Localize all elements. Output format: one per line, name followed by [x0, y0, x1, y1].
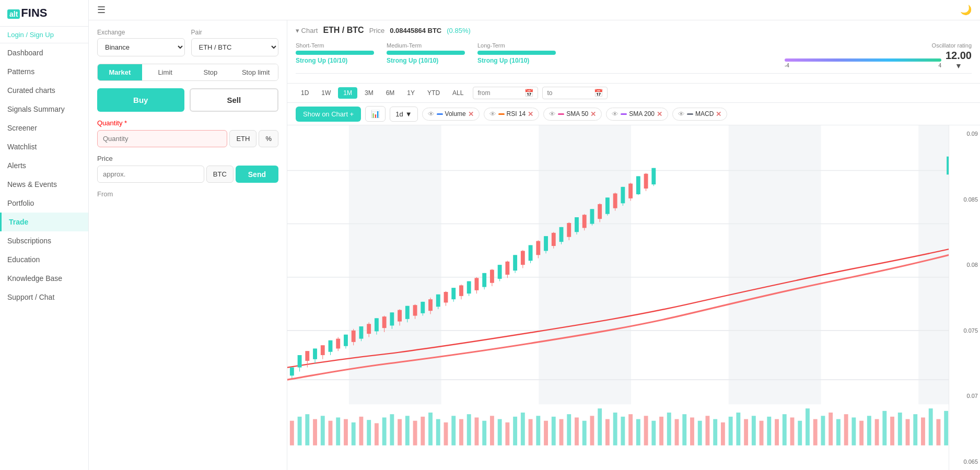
chart-toggle[interactable]: ▾ Chart — [296, 27, 318, 34]
buy-button[interactable]: Buy — [97, 88, 184, 112]
long-term-label: Long-Term — [477, 42, 556, 49]
sidebar-item-watchlist[interactable]: Watchlist — [0, 137, 88, 156]
from-calendar-icon[interactable]: 📅 — [524, 89, 533, 97]
to-date-wrap: 📅 — [542, 87, 608, 99]
sidebar-item-trade[interactable]: Trade — [0, 213, 88, 231]
exchange-group: Exchange Binance — [97, 29, 185, 56]
svg-rect-12 — [313, 419, 317, 445]
price-label: Price — [97, 155, 278, 162]
svg-rect-38 — [513, 417, 517, 445]
svg-rect-140 — [444, 292, 448, 302]
timeframe-label: 1d — [395, 110, 403, 118]
sidebar-item-screener[interactable]: Screener — [0, 119, 88, 137]
svg-rect-41 — [536, 416, 540, 445]
svg-rect-85 — [875, 419, 879, 445]
from-label: From — [97, 190, 278, 198]
svg-rect-144 — [459, 285, 463, 296]
sma50-visibility-icon[interactable]: 👁 — [549, 110, 556, 118]
rsi14-color — [498, 113, 505, 115]
svg-rect-43 — [552, 417, 556, 445]
exchange-select[interactable]: Binance — [97, 38, 185, 56]
tab-limit[interactable]: Limit — [143, 64, 188, 80]
sma50-remove-icon[interactable]: ✕ — [590, 110, 596, 118]
sidebar-item-subscriptions[interactable]: Subscriptions — [0, 231, 88, 250]
pair-select[interactable]: ETH / BTC — [191, 38, 279, 56]
volume-remove-icon[interactable]: ✕ — [468, 110, 474, 118]
time-1d[interactable]: 1D — [296, 87, 314, 99]
sidebar-item-education[interactable]: Education — [0, 250, 88, 269]
sidebar-item-signals-summary[interactable]: Signals Summary — [0, 100, 88, 119]
sidebar-item-curated-charts[interactable]: Curated charts — [0, 81, 88, 100]
sidebar-item-patterns[interactable]: Patterns — [0, 62, 88, 81]
login-link[interactable]: Login / Sign Up — [0, 27, 88, 43]
sma200-remove-icon[interactable]: ✕ — [657, 110, 662, 118]
volume-visibility-icon[interactable]: 👁 — [428, 110, 435, 118]
svg-rect-19 — [367, 420, 371, 445]
price-input[interactable] — [97, 166, 204, 183]
sidebar-item-dashboard[interactable]: Dashboard — [0, 43, 88, 62]
hamburger-icon[interactable]: ☰ — [97, 4, 106, 16]
sidebar-item-support-chat[interactable]: Support / Chat — [0, 288, 88, 307]
sidebar-item-knowledge-base[interactable]: Knowledge Base — [0, 269, 88, 288]
svg-rect-24 — [405, 416, 410, 445]
quantity-input[interactable] — [97, 130, 227, 147]
volume-label: Volume — [445, 110, 466, 118]
tab-stop-limit[interactable]: Stop limit — [234, 64, 278, 80]
svg-rect-87 — [890, 417, 894, 445]
svg-rect-108 — [321, 345, 325, 355]
svg-rect-65 — [721, 422, 725, 445]
tab-market[interactable]: Market — [98, 64, 142, 80]
svg-rect-58 — [667, 413, 671, 445]
svg-rect-57 — [659, 417, 663, 445]
svg-rect-146 — [467, 281, 471, 294]
svg-rect-104 — [305, 351, 309, 361]
oscillator-label: Oscillator rating — [932, 42, 972, 49]
sidebar: altFINS Login / Sign Up DashboardPattern… — [0, 0, 89, 470]
svg-rect-20 — [375, 423, 379, 445]
rsi14-visibility-icon[interactable]: 👁 — [489, 110, 496, 118]
sell-button[interactable]: Sell — [190, 88, 279, 112]
svg-rect-180 — [598, 204, 602, 219]
time-all[interactable]: ALL — [447, 87, 469, 99]
timeframe-select[interactable]: 1d ▼ — [390, 107, 417, 122]
svg-rect-154 — [498, 265, 502, 279]
svg-rect-30 — [451, 416, 456, 445]
svg-rect-61 — [690, 417, 694, 445]
medium-term-bar — [387, 51, 465, 55]
rsi14-remove-icon[interactable]: ✕ — [528, 110, 533, 118]
time-6m[interactable]: 6M — [381, 87, 400, 99]
time-ytd[interactable]: YTD — [422, 87, 445, 99]
macd-visibility-icon[interactable]: 👁 — [678, 110, 685, 118]
svg-rect-110 — [329, 340, 333, 352]
svg-rect-77 — [813, 419, 818, 445]
time-1y[interactable]: 1Y — [402, 87, 420, 99]
dark-mode-button[interactable]: 🌙 — [960, 4, 972, 16]
time-1w[interactable]: 1W — [316, 87, 336, 99]
svg-rect-81 — [844, 414, 848, 445]
svg-rect-21 — [382, 417, 387, 445]
chart-type-button[interactable]: 📊 — [365, 106, 386, 122]
sma50-label: SMA 50 — [566, 110, 588, 118]
svg-rect-32 — [467, 414, 471, 445]
quantity-percent-button[interactable]: % — [259, 130, 278, 147]
oscillator-pointer: ▼ — [955, 62, 962, 70]
to-calendar-icon[interactable]: 📅 — [594, 89, 603, 97]
svg-rect-75 — [798, 421, 802, 445]
time-3m[interactable]: 3M — [359, 87, 379, 99]
time-1m[interactable]: 1M — [338, 87, 357, 99]
macd-remove-icon[interactable]: ✕ — [716, 110, 721, 118]
price-label-0090: 0.09 — [951, 131, 978, 137]
sma200-visibility-icon[interactable]: 👁 — [612, 110, 619, 118]
sidebar-item-news-events[interactable]: News & Events — [0, 175, 88, 194]
from-date-input[interactable] — [477, 89, 524, 97]
indicator-bar: Show on Chart + 📊 1d ▼ 👁 Volume ✕ 👁 RSI … — [287, 103, 980, 125]
sidebar-item-portfolio[interactable]: Portfolio — [0, 194, 88, 213]
send-button[interactable]: Send — [236, 166, 278, 183]
to-date-input[interactable] — [547, 89, 594, 97]
show-on-chart-button[interactable]: Show on Chart + — [296, 107, 361, 122]
tab-stop[interactable]: Stop — [189, 64, 233, 80]
svg-rect-132 — [413, 305, 417, 315]
svg-rect-60 — [682, 414, 686, 445]
svg-rect-17 — [352, 422, 356, 445]
sidebar-item-alerts[interactable]: Alerts — [0, 156, 88, 175]
